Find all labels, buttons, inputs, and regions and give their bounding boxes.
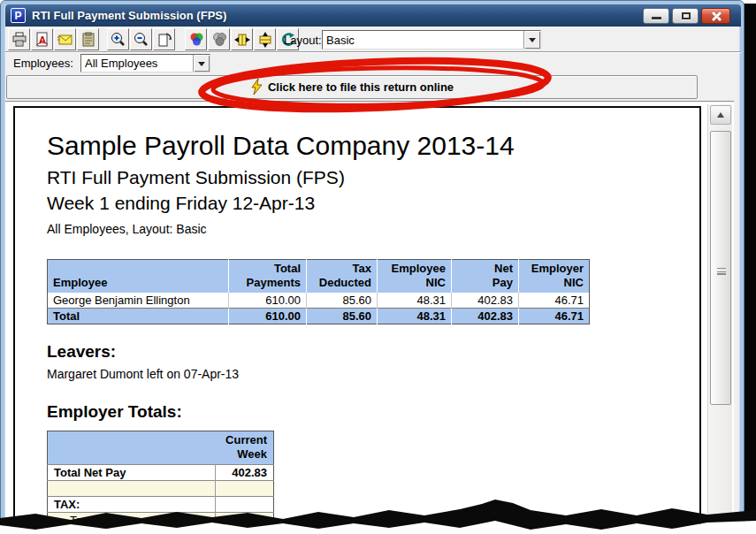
zoom-in-icon: [111, 32, 126, 48]
employer-total-row: Total Net Pay402.83: [48, 465, 274, 481]
payments-table: EmployeeTotal PaymentsTax DeductedEmploy…: [47, 259, 590, 324]
window-drop-shadow: [744, 4, 756, 516]
total-cell: 48.31: [378, 308, 452, 324]
column-header: Employer NIC: [519, 260, 590, 293]
column-header: Employee: [48, 260, 229, 293]
scrollbar-grip-icon: [717, 268, 726, 275]
file-return-online-button[interactable]: Click here to file this return online: [6, 75, 698, 99]
layout-label: Layout:: [284, 34, 322, 47]
row-label: Tax: [48, 513, 216, 529]
current-week-header: Current Week: [216, 431, 274, 465]
vertical-scrollbar[interactable]: [707, 104, 732, 534]
close-button[interactable]: [701, 8, 730, 24]
app-icon: P: [11, 8, 26, 23]
row-value: 402.83: [216, 465, 274, 481]
employer-total-row: Tax85.60: [48, 513, 274, 529]
restore-icon: [682, 12, 691, 19]
total-cell: Total: [48, 308, 229, 324]
print-button[interactable]: [8, 28, 30, 50]
row-label: TAX:: [48, 497, 216, 513]
employer-total-row: Total Tax Due85.60: [48, 529, 274, 534]
leaver-entry: Margaret Dumont left on 07-Apr-13: [47, 367, 699, 381]
copy-button[interactable]: [77, 28, 99, 50]
grayscale-print-icon: [211, 32, 227, 48]
row-value: [216, 481, 274, 497]
email-icon: [57, 32, 73, 48]
cell: 48.31: [378, 293, 452, 309]
printer-icon: [11, 32, 27, 48]
zoom-in-button[interactable]: [107, 28, 129, 50]
file-return-online-label: Click here to file this return online: [268, 80, 454, 94]
layout-dropdown-arrow[interactable]: [523, 31, 540, 49]
employees-dropdown-arrow[interactable]: [193, 55, 210, 72]
cell: 85.60: [307, 293, 378, 309]
leavers-heading: Leavers:: [47, 342, 699, 362]
grayscale-print-button[interactable]: [208, 28, 230, 50]
report-filter-line: All Employees, Layout: Basic: [47, 222, 699, 236]
fit-height-icon: [257, 32, 273, 48]
spacer-header: [48, 431, 216, 465]
row-value: [216, 497, 274, 513]
total-row: Total610.0085.6048.31402.8346.71: [48, 308, 590, 324]
employer-total-row: TAX:: [48, 497, 274, 513]
cell: 402.83: [452, 293, 519, 309]
fit-width-button[interactable]: [231, 28, 253, 50]
column-header: Employee NIC: [378, 260, 452, 293]
employees-value: All Employees: [81, 55, 193, 72]
cell: 610.00: [229, 293, 307, 309]
employer-total-row: [48, 481, 274, 497]
layout-select[interactable]: Basic: [322, 30, 541, 50]
employees-label: Employees:: [13, 57, 73, 70]
screenshot-stage: P RTI Full Payment Submission (FPS) A: [0, 0, 756, 534]
minimize-icon: [652, 17, 661, 19]
restore-button[interactable]: [672, 8, 699, 24]
total-cell: 85.60: [307, 308, 378, 324]
color-print-icon: [188, 32, 204, 48]
scrollbar-thumb[interactable]: [710, 131, 731, 405]
window-controls: [643, 8, 730, 24]
row-label: [48, 481, 216, 497]
fit-height-button[interactable]: [254, 28, 276, 50]
page-orientation-button[interactable]: [153, 28, 175, 50]
company-title: Sample Payroll Data Company 2013-14: [47, 131, 699, 161]
column-header: Net Pay: [452, 260, 519, 293]
cell: 46.71: [519, 293, 590, 309]
total-cell: 610.00: [229, 308, 307, 324]
employees-select[interactable]: All Employees: [80, 54, 210, 72]
row-label: Total Net Pay: [48, 465, 216, 481]
zoom-out-icon: [134, 32, 149, 48]
minimize-button[interactable]: [643, 8, 669, 24]
payments-header-row: EmployeeTotal PaymentsTax DeductedEmploy…: [48, 260, 590, 293]
report-period: Week 1 ending Friday 12-Apr-13: [47, 193, 699, 214]
clipboard-copy-icon: [80, 32, 96, 48]
scroll-up-button[interactable]: [710, 105, 731, 125]
total-cell: 402.83: [452, 308, 519, 324]
employer-totals-table: Current WeekTotal Net Pay402.83TAX:Tax85…: [47, 431, 274, 534]
report-preview-pane: Sample Payroll Data Company 2013-14 RTI …: [5, 101, 734, 534]
column-header: Tax Deducted: [307, 260, 378, 293]
report-page: Sample Payroll Data Company 2013-14 RTI …: [13, 106, 701, 534]
fit-width-icon: [234, 32, 250, 48]
pdf-export-button[interactable]: A: [31, 28, 53, 50]
row-label: Total Tax Due: [48, 529, 216, 534]
color-print-button[interactable]: [185, 28, 207, 50]
scroll-up-icon: [717, 109, 724, 118]
title-bar[interactable]: P RTI Full Payment Submission (FPS): [5, 4, 741, 27]
row-value: 85.60: [216, 529, 274, 534]
column-header: Total Payments: [229, 260, 307, 293]
employer-header-row: Current Week: [48, 431, 274, 465]
pdf-export-icon: A: [34, 32, 50, 48]
report-subtitle: RTI Full Payment Submission (FPS): [47, 167, 699, 188]
email-button[interactable]: [54, 28, 76, 50]
app-window: P RTI Full Payment Submission (FPS) A: [0, 0, 745, 534]
lightning-icon: [250, 79, 262, 95]
toolbar-divider: [5, 51, 741, 53]
page-orientation-icon: [157, 32, 172, 48]
total-cell: 46.71: [519, 308, 590, 324]
employee-row: George Benjamin Ellington610.0085.6048.3…: [48, 293, 590, 309]
employer-totals-heading: Employer Totals:: [47, 402, 699, 422]
window-title: RTI Full Payment Submission (FPS): [32, 9, 226, 22]
layout-value: Basic: [323, 32, 523, 49]
zoom-out-button[interactable]: [130, 28, 152, 50]
cell: George Benjamin Ellington: [48, 293, 229, 309]
